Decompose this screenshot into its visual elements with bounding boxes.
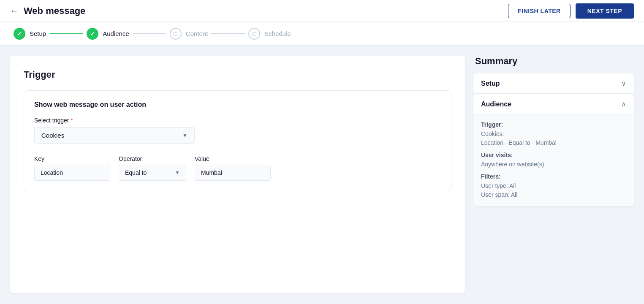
chevron-down-icon: ▼	[182, 133, 187, 138]
summary-sidebar: Summary Setup ∨ Audience ∧ Trigger: Cook…	[473, 56, 634, 293]
summary-audience-label: Audience	[481, 100, 511, 108]
row-fields: Key Operator Equal to ▼ Value	[34, 155, 441, 181]
summary-user-visits-title: User visits:	[481, 152, 626, 158]
step-label-audience: Audience	[103, 30, 129, 37]
trigger-card: Show web message on user action Select t…	[24, 90, 451, 191]
key-field-group: Key	[34, 155, 110, 181]
value-input[interactable]	[195, 165, 271, 181]
operator-chevron-icon: ▼	[175, 170, 180, 176]
select-trigger-label: Select trigger *	[34, 117, 441, 124]
summary-setup-header[interactable]: Setup ∨	[473, 73, 634, 93]
operator-value: Equal to	[125, 169, 147, 176]
step-circle-schedule: □	[248, 28, 260, 40]
summary-cookies-label: Cookies:	[481, 130, 626, 138]
operator-label: Operator	[119, 155, 186, 162]
main-content: Trigger Show web message on user action …	[10, 56, 465, 293]
step-label-content: Content	[186, 30, 208, 37]
step-schedule: □ Schedule	[248, 28, 291, 40]
summary-trigger-title: Trigger:	[481, 121, 626, 128]
trigger-dropdown-value: Cookies	[41, 132, 64, 139]
step-audience: ✓ Audience	[87, 28, 129, 40]
summary-audience-body: Trigger: Cookies: Location - Equal to - …	[473, 114, 634, 206]
finish-later-button[interactable]: FINISH LATER	[508, 4, 570, 18]
stepper: ✓ Setup ✓ Audience □ Content □ Schedule	[0, 22, 644, 46]
summary-audience-section: Audience ∧ Trigger: Cookies: Location - …	[473, 94, 634, 206]
required-star: *	[71, 117, 73, 124]
value-field-group: Value	[195, 155, 271, 181]
summary-audience-toggle: ∧	[621, 100, 626, 108]
operator-field-group: Operator Equal to ▼	[119, 155, 186, 181]
step-circle-setup: ✓	[14, 28, 25, 40]
header: ← Web message FINISH LATER NEXT STEP	[0, 0, 644, 22]
step-connector-1	[49, 33, 83, 34]
summary-user-type-value: User type: All	[481, 182, 626, 190]
value-label: Value	[195, 155, 271, 162]
back-button[interactable]: ←	[10, 6, 19, 16]
key-input[interactable]	[34, 165, 110, 181]
summary-setup-section: Setup ∨	[473, 73, 634, 93]
step-connector-3	[211, 33, 245, 34]
page-title: Web message	[24, 5, 508, 16]
step-setup: ✓ Setup	[14, 28, 46, 40]
step-label-schedule: Schedule	[264, 30, 291, 37]
summary-user-visits-value: Anywhere on website(s)	[481, 160, 626, 169]
main-layout: Trigger Show web message on user action …	[0, 46, 644, 303]
trigger-dropdown[interactable]: Cookies ▼	[34, 127, 195, 144]
summary-setup-toggle: ∨	[621, 79, 626, 87]
summary-user-span-value: User span: All	[481, 190, 626, 199]
next-step-button[interactable]: NEXT STEP	[576, 3, 634, 19]
step-label-setup: Setup	[30, 30, 46, 37]
trigger-card-title: Show web message on user action	[34, 101, 441, 109]
step-circle-content: □	[170, 28, 182, 40]
step-content: □ Content	[170, 28, 208, 40]
summary-location-value: Location - Equal to - Mumbai	[481, 138, 626, 147]
summary-setup-label: Setup	[481, 80, 500, 87]
step-connector-2	[133, 33, 166, 34]
operator-dropdown[interactable]: Equal to ▼	[119, 165, 186, 181]
summary-audience-header[interactable]: Audience ∧	[473, 94, 634, 114]
key-label: Key	[34, 155, 110, 162]
header-actions: FINISH LATER NEXT STEP	[508, 3, 634, 19]
summary-title: Summary	[473, 56, 634, 67]
step-circle-audience: ✓	[87, 28, 98, 40]
summary-filters-title: Filters:	[481, 173, 626, 180]
trigger-title: Trigger	[24, 69, 451, 80]
